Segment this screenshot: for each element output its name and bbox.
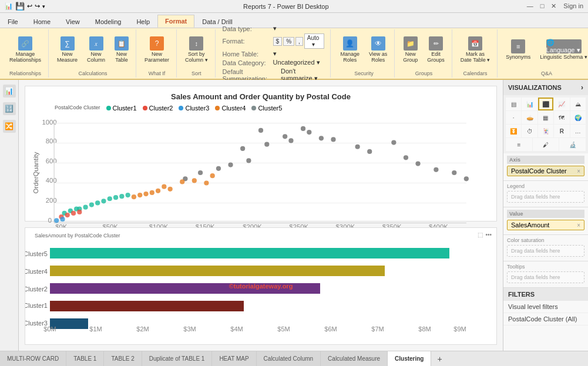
viz-more[interactable]: …	[570, 125, 586, 137]
synonyms-label: Synonyms	[506, 55, 530, 61]
viz-scatter[interactable]: ·	[506, 111, 521, 124]
new-group-icon: 📁	[404, 36, 418, 51]
viz-analytics-icon[interactable]: 🔬	[559, 138, 586, 151]
new-measure-button[interactable]: ∑ NewMeasure	[53, 34, 81, 66]
tab-multi-row-card[interactable]: MULTI-ROW CARD	[0, 351, 66, 366]
tab-format[interactable]: Format	[157, 15, 194, 28]
tab-duplicate-table1[interactable]: Duplicate of TABLE 1	[142, 351, 213, 366]
svg-point-40	[464, 176, 469, 181]
viz-map[interactable]: 🗺	[554, 111, 569, 124]
bar-chart[interactable]: SalesAmount by PostalCode Cluster ⬚ ••• …	[25, 227, 497, 345]
view-as-roles-button[interactable]: 👁 View asRoles	[365, 34, 391, 66]
tab-clustering[interactable]: Clustering	[388, 351, 431, 366]
currency-button[interactable]: $	[273, 37, 283, 46]
viz-r[interactable]: R	[554, 125, 569, 137]
filter-postalcode-cluster[interactable]: PostalCode Cluster (All)	[503, 313, 588, 325]
tab-calculated-column[interactable]: Calculated Column	[257, 351, 321, 366]
bar-chart-title: SalesAmount by PostalCode Cluster	[30, 230, 125, 239]
close-button[interactable]: ✕	[551, 2, 556, 10]
tab-home[interactable]: Home	[26, 15, 58, 28]
mark-date-table-button[interactable]: 📅 Mark asDate Table ▾	[457, 34, 493, 66]
data-view-icon[interactable]: 🔢	[3, 102, 16, 115]
window-title: Reports 7 - Power BI Desktop	[243, 3, 329, 10]
data-category-row: Data Category: Uncategorized ▾	[223, 59, 325, 66]
view-roles-icon: 👁	[371, 36, 385, 51]
bar-chart-more-icon[interactable]: •••	[485, 231, 492, 238]
new-group-button[interactable]: 📁 NewGroup	[399, 34, 421, 66]
visualizations-expand-icon[interactable]: ›	[581, 83, 583, 92]
visual-level-filters-label: Visual level filters	[508, 303, 558, 310]
linguistic-schema-button[interactable]: 🌐 Language ▾ Linguistic Schema ▾	[536, 37, 588, 63]
viz-100pct-bar[interactable]: ⬛	[538, 98, 553, 110]
new-column-button[interactable]: 𝑥 NewColumn	[83, 34, 109, 66]
bar-chart-expand-icon[interactable]: ⬚	[478, 231, 483, 238]
viz-pie[interactable]: 🥧	[522, 111, 537, 124]
manage-relationships-label: ManageRelationships	[9, 52, 41, 63]
tab-calculated-measure[interactable]: Calculated Measure	[321, 351, 388, 366]
minimize-button[interactable]: —	[527, 2, 533, 10]
dropdown-arrow-icon[interactable]: ▾	[42, 4, 45, 9]
redo-icon[interactable]: ↪	[35, 2, 40, 10]
ribbon-calculations-items: ∑ NewMeasure 𝑥 NewColumn 📋 NewTable	[53, 31, 132, 69]
sort-by-column-button[interactable]: ↕ Sort byColumn ▾	[182, 34, 211, 66]
viz-treemap[interactable]: ▦	[538, 111, 553, 124]
svg-point-46	[210, 173, 215, 178]
manage-roles-button[interactable]: 👤 ManageRoles	[337, 34, 363, 66]
sign-in-button[interactable]: Sign in	[563, 2, 583, 10]
calendars-group-label: Calendars	[457, 70, 493, 76]
svg-text:Cluster1: Cluster1	[25, 302, 48, 309]
svg-point-28	[301, 126, 305, 131]
maximize-button[interactable]: □	[540, 2, 545, 10]
tab-view[interactable]: View	[58, 15, 88, 28]
percent-button[interactable]: %	[283, 37, 294, 46]
auto-format-dropdown[interactable]: Auto ▾	[304, 33, 325, 49]
tab-modeling[interactable]: Modeling	[88, 15, 129, 28]
viz-gauge[interactable]: ⏱	[522, 125, 537, 137]
comma-button[interactable]: ,	[295, 37, 303, 46]
edit-groups-button[interactable]: ✏ EditGroups	[424, 34, 448, 66]
viz-clustered-bar[interactable]: 📊	[522, 98, 537, 110]
value-salesamount-pill[interactable]: SalesAmount ×	[507, 220, 584, 230]
viz-card[interactable]: 🃏	[538, 125, 553, 137]
tab-help[interactable]: Help	[129, 15, 157, 28]
svg-point-65	[126, 193, 130, 197]
viz-area[interactable]: ⛰	[570, 98, 586, 110]
viz-funnel[interactable]: ⏬	[506, 125, 521, 137]
tab-table1[interactable]: TABLE 1	[66, 351, 104, 366]
new-parameter-button[interactable]: ? NewParameter	[141, 34, 173, 66]
tooltips-drop-zone[interactable]: Drag data fields here	[507, 271, 584, 283]
undo-icon[interactable]: ↩	[27, 2, 32, 10]
synonyms-button[interactable]: ≡ Synonyms	[502, 37, 534, 63]
viz-stacked-bar[interactable]: ▤	[506, 98, 521, 110]
tab-table2[interactable]: TABLE 2	[104, 351, 142, 366]
data-category-value[interactable]: Uncategorized ▾	[273, 59, 320, 66]
report-view-icon[interactable]: 📊	[3, 85, 16, 98]
scatter-chart[interactable]: Sales Amount and Order Quantity by Posta…	[25, 86, 497, 221]
viz-format-icon[interactable]: 🖌	[533, 138, 559, 151]
viz-filled-map[interactable]: 🌍	[570, 111, 586, 124]
legend-drop-zone[interactable]: Drag data fields here	[507, 191, 584, 203]
axis-field-remove[interactable]: ×	[577, 168, 580, 174]
manage-relationships-button[interactable]: 🔗 ManageRelationships	[6, 34, 45, 66]
tab-file[interactable]: File	[0, 15, 26, 28]
model-view-icon[interactable]: 🔀	[3, 120, 16, 133]
right-panel: VISUALIZATIONS › ▤ 📊 ⬛ 📈 ⛰ · 🥧 ▦ 🗺 🌍	[503, 80, 588, 351]
tab-heat-map[interactable]: HEAT MAP	[212, 351, 256, 366]
new-table-label: NewTable	[115, 52, 128, 63]
new-table-button[interactable]: 📋 NewTable	[111, 34, 132, 66]
visualizations-header: VISUALIZATIONS ›	[503, 80, 588, 95]
color-saturation-drop-zone[interactable]: Drag data fields here	[507, 245, 584, 257]
home-table-dropdown[interactable]: ▾	[273, 50, 277, 58]
add-page-button[interactable]: +	[431, 351, 448, 366]
viz-line[interactable]: 📈	[554, 98, 569, 110]
data-type-dropdown[interactable]: ▾	[273, 25, 277, 32]
svg-point-33	[319, 136, 324, 140]
value-field-remove[interactable]: ×	[577, 222, 580, 229]
save-icon[interactable]: 💾	[15, 2, 25, 11]
axis-label: Axis	[507, 156, 584, 164]
viz-fields-icon[interactable]: ≡	[506, 138, 532, 151]
filter-visual-level[interactable]: Visual level filters	[503, 301, 588, 313]
svg-point-41	[198, 170, 203, 175]
axis-postalcode-cluster-pill[interactable]: PostalCode Cluster ×	[507, 166, 584, 176]
window-controls: — □ ✕ Sign in	[527, 2, 583, 10]
